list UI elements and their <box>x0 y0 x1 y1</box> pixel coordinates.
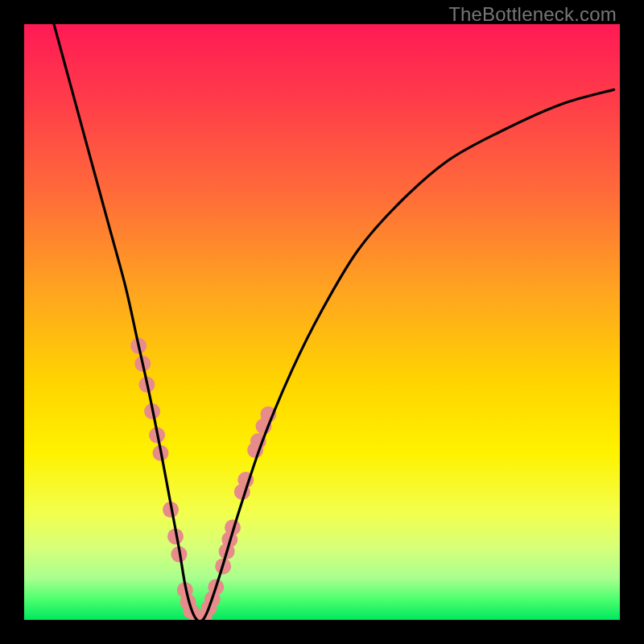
bottleneck-curve <box>54 24 614 620</box>
watermark-text: TheBottleneck.com <box>448 3 617 26</box>
chart-svg <box>24 24 620 620</box>
data-markers <box>130 338 276 620</box>
plot-area <box>24 24 620 620</box>
chart-frame: TheBottleneck.com <box>0 0 644 644</box>
